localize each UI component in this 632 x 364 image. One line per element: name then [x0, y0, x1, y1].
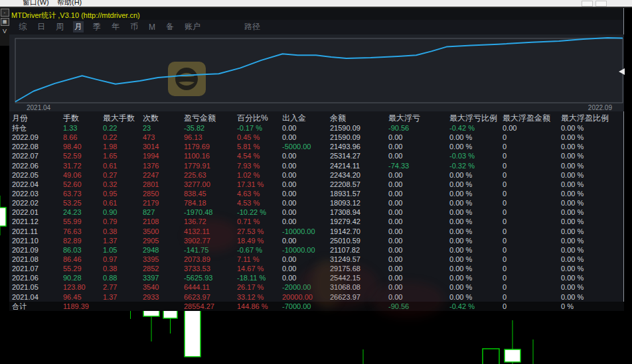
table-cell: 1.33 [63, 123, 103, 133]
table-cell: 0.38 [103, 264, 143, 273]
table-cell: 0.00 [282, 198, 330, 208]
table-cell: -0.42 % [449, 302, 503, 312]
toolbar-button-icon[interactable]: - [1, 9, 9, 17]
table-cell: 2022.07 [12, 151, 63, 160]
table-cell: 18931.57 [330, 189, 388, 198]
table-cell: 0.00 [388, 189, 449, 198]
tab-季[interactable]: 季 [92, 21, 102, 32]
table-cell: 0.00 [282, 161, 330, 170]
menu-item-window[interactable]: 窗口(W) [23, 0, 49, 7]
table-cell: -0.42 % [449, 123, 503, 133]
tab-综[interactable]: 综 [17, 21, 28, 32]
table-cell: 0 [503, 151, 561, 160]
table-cell: 52.59 [63, 151, 103, 160]
table-cell: 0.00 % [561, 161, 624, 170]
column-header: 月份 [12, 113, 63, 123]
table-cell: 96.13 [184, 133, 237, 142]
tab-日[interactable]: 日 [36, 21, 46, 32]
table-cell: 0.00 % [561, 170, 624, 180]
table-cell: -1970.48 [184, 208, 237, 217]
tab-币[interactable]: 币 [129, 21, 139, 32]
table-cell: 86.46 [63, 255, 103, 264]
window-control-button[interactable] [595, 1, 607, 7]
candle-body [0, 208, 6, 226]
table-cell: 3733.53 [184, 264, 237, 273]
tab-M[interactable]: M [147, 23, 157, 32]
table-cell: -10000.00 [282, 227, 330, 236]
table-cell: 2022.04 [12, 180, 63, 189]
table-cell: 82.89 [63, 236, 103, 245]
window-control-button[interactable] [582, 1, 593, 7]
period-tabs-bar: 综日周月季年币M备账户路径 [9, 21, 623, 33]
table-cell: 合计 [12, 302, 63, 312]
table-cell: 2905 [143, 236, 184, 245]
table-row: 2022.0124.230.90827-1970.48-10.22 %0.001… [9, 208, 624, 217]
table-cell [330, 302, 388, 312]
table-cell: 2073.89 [184, 255, 237, 264]
table-cell: 0.00 % [449, 255, 503, 264]
table-cell: 2021.05 [12, 282, 63, 292]
table-cell: 4.53 % [237, 198, 282, 208]
column-header: 出入金 [282, 113, 330, 123]
table-cell: 2852 [143, 264, 184, 273]
table-cell: 0.00 % [449, 264, 503, 273]
table-cell: -2000.00 [282, 282, 330, 292]
table-cell: 19142.70 [330, 227, 388, 236]
table-cell: 持仓 [12, 123, 63, 133]
table-cell: 1.65 [103, 151, 143, 160]
tab-备[interactable]: 备 [165, 21, 175, 32]
table-cell: 3014 [143, 142, 184, 151]
toolbar-image-icon[interactable]: ▦ [1, 18, 9, 26]
column-header: 手数 [63, 113, 103, 123]
column-header: 最大浮盈金额 [503, 113, 561, 123]
column-header: 最大浮亏比例 [449, 113, 503, 123]
tab-年[interactable]: 年 [110, 21, 121, 32]
table-cell: 5.81 % [237, 142, 282, 151]
table-cell: 0.88 [103, 273, 143, 282]
menu-item-help[interactable]: 帮助(H) [57, 0, 82, 7]
table-cell: -5000.00 [282, 142, 330, 151]
table-cell: 0 [503, 264, 561, 273]
tab-path[interactable]: 路径 [243, 21, 262, 32]
table-cell: 2.77 [103, 282, 143, 292]
table-cell: 827 [143, 208, 184, 217]
table-cell: 0 [503, 292, 561, 302]
table-cell: 19279.42 [330, 217, 388, 226]
table-cell: -0.17 % [237, 123, 282, 133]
table-cell: 21107.82 [330, 245, 388, 255]
table-cell: 0 [503, 170, 561, 180]
table-cell: 0.00 [282, 236, 330, 245]
table-cell: 24214.11 [330, 161, 388, 170]
table-cell: 2022.02 [12, 198, 63, 208]
table-cell: 0.00 % [449, 170, 503, 180]
table-cell: 2022.06 [12, 161, 63, 170]
table-cell: 0.00 % [561, 236, 624, 245]
table-cell: 21590.09 [330, 133, 388, 142]
table-cell: 2022.01 [12, 208, 63, 217]
table-cell: 2022.05 [12, 170, 63, 180]
table-cell: 0 [503, 282, 561, 292]
table-cell: 24.23 [63, 208, 103, 217]
table-cell: 4132.11 [184, 227, 237, 236]
table-row: 2021.1176.630.3835004132.1127.53 %-10000… [9, 227, 624, 236]
tab-账户[interactable]: 账户 [183, 21, 202, 32]
table-cell: 136.72 [184, 217, 237, 226]
table-cell: 0.00 [388, 133, 449, 142]
panel-title-bar[interactable]: MTDriver统计 ,V3.10 (http://mtdriver.cn) [9, 8, 623, 20]
table-cell: 0 [503, 217, 561, 226]
tab-月[interactable]: 月 [73, 21, 84, 32]
table-cell: 0.22 [103, 123, 143, 133]
table-cell: 25314.27 [330, 151, 388, 160]
table-cell: 0.00 [503, 123, 561, 133]
table-cell: 3500 [143, 227, 184, 236]
table-row: 2022.0452.600.3228013277.0017.31 %0.0022… [9, 180, 624, 189]
table-cell: 0.00 % [561, 282, 624, 292]
table-cell: -0.03 % [449, 151, 503, 160]
table-cell: 2021.09 [12, 245, 63, 255]
tab-周[interactable]: 周 [54, 21, 65, 32]
monthly-stats-table: 月份手数最大手数次数盈亏金额百分比%出入金余额最大浮亏最大浮亏比例最大浮盈金额最… [9, 111, 624, 309]
table-cell: 22208.57 [330, 180, 388, 189]
table-cell: -18.11 % [237, 273, 282, 282]
panel-edge-arrow-icon[interactable] [619, 68, 625, 75]
table-cell: 0.00 % [449, 292, 503, 302]
